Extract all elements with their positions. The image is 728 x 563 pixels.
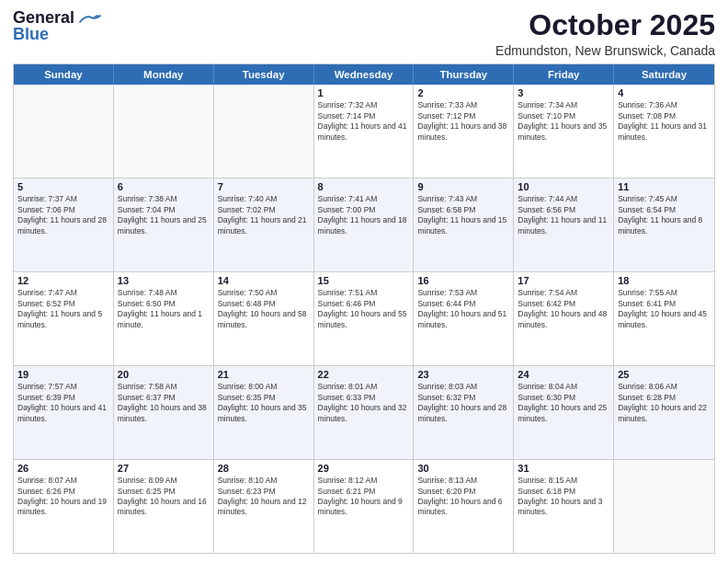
day-2: 2Sunrise: 7:33 AM Sunset: 7:12 PM Daylig… xyxy=(414,85,514,178)
cell-info: Sunrise: 7:54 AM Sunset: 6:42 PM Dayligh… xyxy=(518,288,609,330)
day-3: 3Sunrise: 7:34 AM Sunset: 7:10 PM Daylig… xyxy=(514,85,614,178)
day-7: 7Sunrise: 7:40 AM Sunset: 7:02 PM Daylig… xyxy=(214,178,314,271)
cell-info: Sunrise: 8:07 AM Sunset: 6:26 PM Dayligh… xyxy=(17,476,109,518)
cell-info: Sunrise: 8:06 AM Sunset: 6:28 PM Dayligh… xyxy=(618,382,711,424)
cell-info: Sunrise: 7:58 AM Sunset: 6:37 PM Dayligh… xyxy=(118,382,210,424)
day-28: 28Sunrise: 8:10 AM Sunset: 6:23 PM Dayli… xyxy=(214,460,314,553)
day-4: 4Sunrise: 7:36 AM Sunset: 7:08 PM Daylig… xyxy=(614,85,714,178)
day-number: 12 xyxy=(17,275,109,286)
cell-info: Sunrise: 7:44 AM Sunset: 6:56 PM Dayligh… xyxy=(518,194,609,236)
cell-info: Sunrise: 8:09 AM Sunset: 6:25 PM Dayligh… xyxy=(118,476,210,518)
day-17: 17Sunrise: 7:54 AM Sunset: 6:42 PM Dayli… xyxy=(514,272,614,365)
day-22: 22Sunrise: 8:01 AM Sunset: 6:33 PM Dayli… xyxy=(314,366,415,459)
day-6: 6Sunrise: 7:38 AM Sunset: 7:04 PM Daylig… xyxy=(114,178,214,271)
day-number: 8 xyxy=(318,181,410,192)
day-number: 6 xyxy=(118,181,210,192)
day-21: 21Sunrise: 8:00 AM Sunset: 6:35 PM Dayli… xyxy=(214,366,314,459)
cell-info: Sunrise: 8:04 AM Sunset: 6:30 PM Dayligh… xyxy=(518,382,609,424)
cell-info: Sunrise: 7:41 AM Sunset: 7:00 PM Dayligh… xyxy=(318,194,410,236)
day-26: 26Sunrise: 8:07 AM Sunset: 6:26 PM Dayli… xyxy=(14,460,114,553)
day-number: 24 xyxy=(518,369,609,380)
day-18: 18Sunrise: 7:55 AM Sunset: 6:41 PM Dayli… xyxy=(614,272,714,365)
day-number: 4 xyxy=(618,87,711,98)
cell-info: Sunrise: 8:01 AM Sunset: 6:33 PM Dayligh… xyxy=(318,382,410,424)
day-number: 9 xyxy=(417,181,509,192)
day-number: 13 xyxy=(118,275,210,286)
calendar-row-4: 19Sunrise: 7:57 AM Sunset: 6:39 PM Dayli… xyxy=(14,365,714,459)
day-23: 23Sunrise: 8:03 AM Sunset: 6:32 PM Dayli… xyxy=(414,366,514,459)
day-number: 18 xyxy=(618,275,711,286)
calendar-row-3: 12Sunrise: 7:47 AM Sunset: 6:52 PM Dayli… xyxy=(14,271,714,365)
cell-info: Sunrise: 7:37 AM Sunset: 7:06 PM Dayligh… xyxy=(17,194,109,236)
day-number: 21 xyxy=(218,369,310,380)
day-24: 24Sunrise: 8:04 AM Sunset: 6:30 PM Dayli… xyxy=(514,366,614,459)
day-5: 5Sunrise: 7:37 AM Sunset: 7:06 PM Daylig… xyxy=(14,178,114,271)
day-16: 16Sunrise: 7:53 AM Sunset: 6:44 PM Dayli… xyxy=(414,272,514,365)
header-wednesday: Wednesday xyxy=(314,64,415,85)
day-number: 28 xyxy=(218,463,310,474)
day-1: 1Sunrise: 7:32 AM Sunset: 7:14 PM Daylig… xyxy=(314,85,415,178)
calendar-header: Sunday Monday Tuesday Wednesday Thursday… xyxy=(14,64,714,85)
day-number: 16 xyxy=(417,275,509,286)
cell-info: Sunrise: 7:36 AM Sunset: 7:08 PM Dayligh… xyxy=(618,100,711,143)
day-number: 30 xyxy=(417,463,509,474)
day-number: 19 xyxy=(17,369,109,380)
header: General Blue October 2025 Edmundston, Ne… xyxy=(13,9,715,58)
day-27: 27Sunrise: 8:09 AM Sunset: 6:25 PM Dayli… xyxy=(114,460,214,553)
cell-info: Sunrise: 7:51 AM Sunset: 6:46 PM Dayligh… xyxy=(318,288,410,330)
day-20: 20Sunrise: 7:58 AM Sunset: 6:37 PM Dayli… xyxy=(114,366,214,459)
day-number: 5 xyxy=(17,181,109,192)
header-saturday: Saturday xyxy=(614,64,714,85)
day-15: 15Sunrise: 7:51 AM Sunset: 6:46 PM Dayli… xyxy=(314,272,415,365)
calendar: Sunday Monday Tuesday Wednesday Thursday… xyxy=(13,63,715,554)
logo: General Blue xyxy=(13,9,102,44)
title-block: October 2025 Edmundston, New Brunswick, … xyxy=(495,9,715,58)
location-subtitle: Edmundston, New Brunswick, Canada xyxy=(495,43,715,58)
day-number: 2 xyxy=(417,87,509,98)
empty-cell-0-2 xyxy=(214,85,314,178)
cell-info: Sunrise: 7:32 AM Sunset: 7:14 PM Dayligh… xyxy=(318,100,410,143)
calendar-row-5: 26Sunrise: 8:07 AM Sunset: 6:26 PM Dayli… xyxy=(14,459,714,553)
cell-info: Sunrise: 8:13 AM Sunset: 6:20 PM Dayligh… xyxy=(417,476,509,518)
calendar-body: 1Sunrise: 7:32 AM Sunset: 7:14 PM Daylig… xyxy=(14,85,714,553)
cell-info: Sunrise: 8:10 AM Sunset: 6:23 PM Dayligh… xyxy=(218,476,310,518)
day-9: 9Sunrise: 7:43 AM Sunset: 6:58 PM Daylig… xyxy=(414,178,514,271)
day-number: 14 xyxy=(218,275,310,286)
cell-info: Sunrise: 7:33 AM Sunset: 7:12 PM Dayligh… xyxy=(417,100,509,143)
calendar-row-2: 5Sunrise: 7:37 AM Sunset: 7:06 PM Daylig… xyxy=(14,178,714,271)
cell-info: Sunrise: 8:12 AM Sunset: 6:21 PM Dayligh… xyxy=(318,476,410,518)
cell-info: Sunrise: 7:34 AM Sunset: 7:10 PM Dayligh… xyxy=(518,100,609,143)
day-number: 25 xyxy=(618,369,711,380)
day-number: 7 xyxy=(218,181,310,192)
day-number: 22 xyxy=(318,369,410,380)
day-number: 15 xyxy=(318,275,410,286)
header-tuesday: Tuesday xyxy=(214,64,314,85)
calendar-row-1: 1Sunrise: 7:32 AM Sunset: 7:14 PM Daylig… xyxy=(14,85,714,178)
empty-cell-0-1 xyxy=(114,85,214,178)
day-10: 10Sunrise: 7:44 AM Sunset: 6:56 PM Dayli… xyxy=(514,178,614,271)
cell-info: Sunrise: 7:47 AM Sunset: 6:52 PM Dayligh… xyxy=(17,288,109,330)
day-30: 30Sunrise: 8:13 AM Sunset: 6:20 PM Dayli… xyxy=(414,460,514,553)
header-monday: Monday xyxy=(114,64,214,85)
day-number: 17 xyxy=(518,275,609,286)
day-19: 19Sunrise: 7:57 AM Sunset: 6:39 PM Dayli… xyxy=(14,366,114,459)
day-number: 31 xyxy=(518,463,609,474)
day-number: 26 xyxy=(17,463,109,474)
day-12: 12Sunrise: 7:47 AM Sunset: 6:52 PM Dayli… xyxy=(14,272,114,365)
day-number: 23 xyxy=(417,369,509,380)
cell-info: Sunrise: 8:15 AM Sunset: 6:18 PM Dayligh… xyxy=(518,476,609,518)
empty-cell-0-0 xyxy=(14,85,114,178)
cell-info: Sunrise: 7:48 AM Sunset: 6:50 PM Dayligh… xyxy=(118,288,210,330)
day-number: 27 xyxy=(118,463,210,474)
cell-info: Sunrise: 7:45 AM Sunset: 6:54 PM Dayligh… xyxy=(618,194,711,236)
cell-info: Sunrise: 7:43 AM Sunset: 6:58 PM Dayligh… xyxy=(417,194,509,236)
header-sunday: Sunday xyxy=(14,64,114,85)
header-friday: Friday xyxy=(514,64,614,85)
day-31: 31Sunrise: 8:15 AM Sunset: 6:18 PM Dayli… xyxy=(514,460,614,553)
day-13: 13Sunrise: 7:48 AM Sunset: 6:50 PM Dayli… xyxy=(114,272,214,365)
day-11: 11Sunrise: 7:45 AM Sunset: 6:54 PM Dayli… xyxy=(614,178,714,271)
cell-info: Sunrise: 8:00 AM Sunset: 6:35 PM Dayligh… xyxy=(218,382,310,424)
day-number: 29 xyxy=(318,463,410,474)
cell-info: Sunrise: 7:53 AM Sunset: 6:44 PM Dayligh… xyxy=(417,288,509,330)
day-number: 11 xyxy=(618,181,711,192)
